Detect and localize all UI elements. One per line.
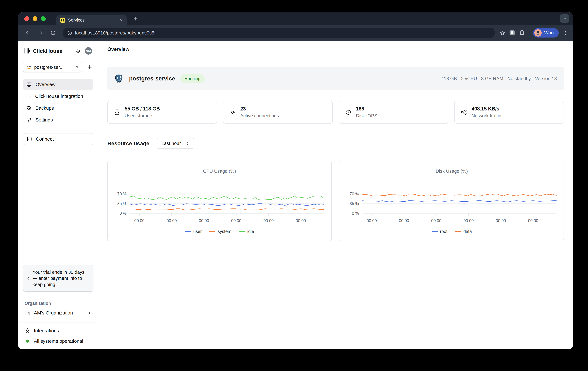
stat-value: 55 GB / 118 GB [125,106,160,112]
forward-button[interactable] [35,28,46,38]
adblock-extension-icon[interactable] [509,30,515,36]
trial-notice-text: Your trial ends in 30 days — enter payme… [32,269,89,288]
integrations-label: Integrations [34,328,59,333]
toolbar-actions: Work [499,28,568,38]
svg-text:aws: aws [27,65,31,68]
legend-label: user [193,229,202,234]
network-icon [461,109,467,115]
svg-text:00:00: 00:00 [263,218,274,223]
browser-tab[interactable]: Services [56,15,127,25]
legend-swatch [239,231,245,232]
svg-text:00:00: 00:00 [528,218,538,223]
site-info-icon[interactable] [67,30,72,35]
sidebar-item-label: Backups [35,105,54,111]
disk-usage-chart: 70 %35 %0 %00:0000:0000:0000:0000:0000:0… [344,180,560,226]
svg-text:00:00: 00:00 [496,218,506,223]
add-service-button[interactable] [86,63,93,71]
organization-item[interactable]: AM's Organization [23,310,93,316]
gauge-icon [345,109,352,115]
sidebar-bottom: Your trial ends in 30 days — enter payme… [23,265,93,344]
settings-sliders-icon [26,117,32,123]
connect-button[interactable]: Connect [23,133,93,145]
legend-label: idle [247,229,254,234]
sidebar-item-label: Overview [35,82,55,87]
overview-icon [26,81,32,87]
svg-text:35 %: 35 % [117,201,126,206]
legend-swatch [455,231,461,232]
time-range-value: Last hour [162,141,181,146]
browser-menu-icon[interactable] [563,30,568,36]
legend-label: system [218,229,231,234]
svg-text:0 %: 0 % [352,211,359,216]
svg-text:00:00: 00:00 [134,218,145,223]
bookmark-star-icon[interactable] [499,30,505,36]
sidebar-item-overview[interactable]: Overview [23,79,93,90]
svg-text:00:00: 00:00 [463,218,473,223]
window-close-button[interactable] [24,16,29,21]
sidebar-item-settings[interactable]: Settings [23,115,93,125]
window-zoom-button[interactable] [41,16,46,21]
back-button[interactable] [23,28,33,38]
organization-building-icon [25,310,30,316]
tab-close-icon[interactable] [119,18,123,22]
sidebar-item-backups[interactable]: Backups [23,103,93,113]
service-selector[interactable]: aws postgres-ser... [23,62,82,72]
extensions-puzzle-icon[interactable] [519,30,525,36]
stats-row: 55 GB / 118 GBUsed storage 23Active conn… [107,101,564,124]
stat-value: 23 [240,106,279,112]
svg-text:00:00: 00:00 [431,218,441,223]
status-label: All systems operational [34,338,83,344]
svg-text:00:00: 00:00 [199,218,209,223]
legend-item-idle: idle [239,229,254,234]
disk-usage-chart-card: Disk Usage (%) 70 %35 %0 %00:0000:0000:0… [340,160,564,241]
stat-value: 408.15 KB/s [472,106,501,112]
database-icon [114,109,120,115]
integrations-link[interactable]: Integrations [23,328,93,334]
stat-network-traffic: 408.15 KB/sNetwork traffic [454,101,564,124]
toolbar-divider [529,30,529,36]
legend-item-user: user [185,229,202,234]
stat-label: Used storage [125,113,160,119]
brand-name: ClickHouse [33,48,73,54]
svg-text:00:00: 00:00 [231,218,242,223]
stat-value: 188 [356,106,378,112]
page-header: Overview [98,41,573,58]
legend-swatch [209,231,215,232]
reload-button[interactable] [48,28,58,38]
brand-row: ClickHouse AM [23,47,93,55]
connect-label: Connect [36,136,54,142]
svg-text:70 %: 70 % [350,191,359,196]
status-badge: Running [180,74,205,83]
profile-avatar [534,29,542,37]
trial-clock-icon [27,275,30,281]
legend-item-data: data [455,229,472,234]
svg-text:00:00: 00:00 [399,218,409,223]
time-range-select[interactable]: Last hour [157,138,194,149]
stat-disk-iops: 188Disk IOPS [339,101,448,124]
chevron-up-down-icon [75,65,79,69]
clickhouse-bars-icon [26,94,32,99]
stat-label: Active connections [240,113,279,119]
window-controls [24,16,46,21]
notifications-bell-icon[interactable] [75,48,81,54]
address-bar[interactable]: localhost:8910/postgres/pgkybgnv0s5ii [63,28,495,38]
app-root: ClickHouse AM aws postgres-ser... [18,41,573,349]
integrations-puzzle-icon [25,328,30,334]
stat-active-connections: 23Active connections [223,101,333,124]
svg-text:35 %: 35 % [350,201,359,206]
resource-usage-row: Resource usage Last hour [107,138,564,149]
svg-text:0 %: 0 % [119,211,126,216]
user-avatar[interactable]: AM [85,47,92,55]
window-minimize-button[interactable] [32,16,37,21]
tab-search-chevron-button[interactable] [560,14,569,23]
new-tab-button[interactable] [133,16,138,21]
connect-icon [27,136,32,142]
sidebar-item-clickhouse-integration[interactable]: ClickHouse integration [23,91,93,101]
organization-name: AM's Organization [34,310,84,316]
service-selector-value: postgres-ser... [34,65,73,70]
profile-button[interactable]: Work [533,28,559,38]
sidebar-item-label: Settings [35,117,53,123]
clickhouse-favicon [60,18,65,23]
system-status[interactable]: All systems operational [23,338,93,344]
chevron-right-icon [87,311,92,315]
